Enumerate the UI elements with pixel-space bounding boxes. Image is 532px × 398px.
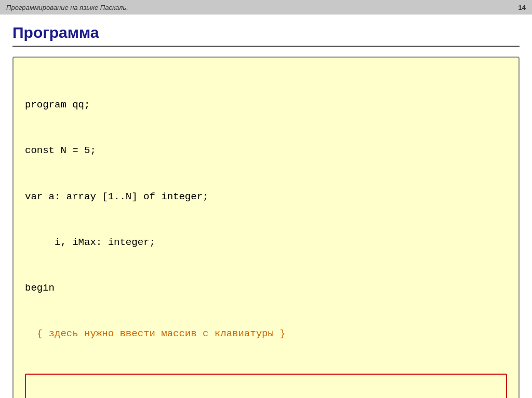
code-line-4: i, iMax: integer; <box>25 235 507 250</box>
top-bar: Программирование на языке Паскаль. 14 <box>0 0 532 15</box>
code-line-5: begin <box>25 281 507 296</box>
slide: Программирование на языке Паскаль. 14 Пр… <box>0 0 532 398</box>
code-line-3-text: var a: array [1..N] of integer; <box>25 191 208 202</box>
code-container: program qq; const N = 5; var a: array [1… <box>12 57 520 398</box>
code-line-6-comment: { здесь нужно ввести массив с клавиатуры… <box>25 328 286 339</box>
code-line-2-text: const N = 5; <box>25 145 96 156</box>
slide-body: Программа program qq; const N = 5; var a… <box>0 15 532 398</box>
code-block: program qq; const N = 5; var a: array [1… <box>25 67 507 398</box>
code-line-6: { здесь нужно ввести массив с клавиатуры… <box>25 326 507 341</box>
code-line-1-text: program qq; <box>25 99 90 111</box>
code-line-2: const N = 5; <box>25 143 507 158</box>
top-bar-title: Программирование на языке Паскаль. <box>6 4 128 11</box>
code-line-5-text: begin <box>25 282 55 294</box>
code-line-1: program qq; <box>25 98 507 113</box>
page-number: 14 <box>518 4 526 11</box>
highlight-box: iMax := 1; {считаем, что первый – максим… <box>25 374 507 398</box>
slide-heading: Программа <box>12 24 520 47</box>
code-line-4-text: i, iMax: integer; <box>25 237 155 248</box>
code-line-3: var a: array [1..N] of integer; <box>25 189 507 204</box>
